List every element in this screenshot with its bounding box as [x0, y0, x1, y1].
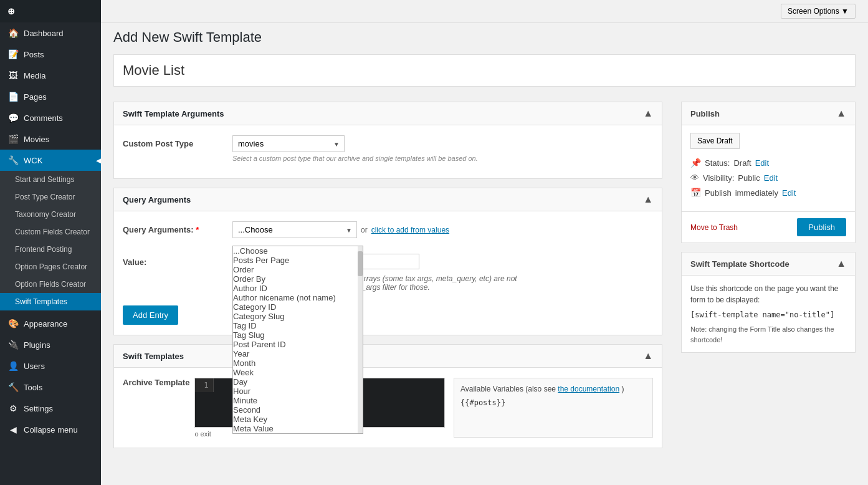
visibility-edit-link[interactable]: Edit	[764, 173, 778, 183]
dropdown-item-tag-slug[interactable]: Tag Slug	[233, 330, 363, 340]
dropdown-item-post-parent-id[interactable]: Post Parent ID	[233, 340, 363, 349]
visibility-icon: 👁	[690, 173, 699, 183]
publish-panel-header[interactable]: Publish ▲	[682, 102, 855, 125]
dropdown-item-year[interactable]: Year	[233, 349, 363, 358]
dropdown-item-meta-key[interactable]: Meta Key	[233, 415, 363, 424]
dropdown-item-author-id[interactable]: Author ID	[233, 284, 363, 293]
dropdown-item-day[interactable]: Day	[233, 377, 363, 387]
shortcode-panel-header[interactable]: Swift Template Shortcode ▲	[682, 252, 855, 276]
sidebar-submenu-swift-templates[interactable]: Swift Templates	[0, 293, 101, 310]
dropdown-item-order-by[interactable]: Order By	[233, 274, 363, 284]
custom-post-type-hint: Select a custom post type that our archi…	[232, 155, 653, 162]
sidebar-submenu-taxonomy-creator[interactable]: Taxonomy Creator	[0, 206, 101, 223]
collapse-shortcode-btn[interactable]: ▲	[836, 258, 846, 269]
publish-time-row: 📅 Publish immediately Edit	[690, 185, 846, 200]
dropdown-scrollbar-thumb[interactable]	[358, 251, 363, 276]
sidebar-submenu-start-settings[interactable]: Start and Settings	[0, 171, 101, 188]
sidebar-item-label: Collapse menu	[24, 425, 78, 435]
wck-chevron-icon: ◂	[96, 155, 101, 166]
sidebar-submenu-post-type-creator[interactable]: Post Type Creator	[0, 188, 101, 206]
tools-icon: 🔨	[7, 382, 19, 392]
dropdown-item-month[interactable]: Month	[233, 358, 363, 368]
sidebar-item-dashboard[interactable]: 🏠 Dashboard	[0, 22, 101, 44]
visibility-row: 👁 Visibility: Public Edit	[690, 170, 846, 185]
shortcode-title: Swift Template Shortcode	[690, 259, 789, 269]
screen-options-button[interactable]: Screen Options ▼	[781, 4, 856, 19]
var-posts: {{#posts}}	[460, 398, 646, 407]
sidebar-item-appearance[interactable]: 🎨 Appearance	[0, 313, 101, 334]
comments-icon: 💬	[7, 113, 19, 123]
swift-templates-title: Swift Templates	[123, 352, 184, 361]
wp-logo-icon: ⊕	[7, 6, 15, 16]
dropdown-item-choose[interactable]: ...Choose	[233, 246, 363, 256]
sidebar-item-tools[interactable]: 🔨 Tools	[0, 377, 101, 398]
sidebar-submenu-frontend-posting[interactable]: Frontend Posting	[0, 241, 101, 258]
sidebar-submenu-option-pages-creator[interactable]: Option Pages Creator	[0, 258, 101, 276]
swift-template-arguments-title: Swift Template Arguments	[123, 109, 224, 118]
line-number: 1	[195, 378, 214, 392]
appearance-icon: 🎨	[7, 319, 19, 329]
dropdown-item-category-slug[interactable]: Category Slug	[233, 312, 363, 321]
swift-templates-header[interactable]: Swift Templates ▲	[114, 345, 662, 368]
topbar: Screen Options ▼	[101, 0, 868, 23]
collapse-query-btn[interactable]: ▲	[643, 194, 653, 205]
start-settings-label: Start and Settings	[15, 175, 74, 184]
query-arguments-header[interactable]: Query Arguments ▲	[114, 188, 662, 211]
dropdown-overlay: ...Choose or click to add from values	[232, 221, 653, 247]
title-input[interactable]	[114, 55, 855, 86]
query-args-field: ...Choose or click to add from values	[232, 221, 653, 247]
available-vars-panel: Available Variables (also see the docume…	[454, 378, 653, 438]
sidebar-item-posts[interactable]: 📝 Posts	[0, 44, 101, 65]
publish-button[interactable]: Publish	[797, 218, 846, 236]
calendar-icon: 📅	[690, 188, 701, 198]
sidebar-item-comments[interactable]: 💬 Comments	[0, 107, 101, 128]
sidebar-item-movies[interactable]: 🎬 Movies	[0, 128, 101, 150]
movies-icon: 🎬	[7, 134, 19, 144]
query-args-dropdown: ...Choose Posts Per Page Order Order By …	[232, 246, 363, 434]
sidebar-item-users[interactable]: 👤 Users	[0, 355, 101, 377]
sidebar-item-label: Media	[24, 71, 45, 80]
sidebar-submenu-custom-fields-creator[interactable]: Custom Fields Creator	[0, 223, 101, 241]
shortcode-code: [swift-template name="no-title"]	[690, 309, 846, 320]
dropdown-item-minute[interactable]: Minute	[233, 396, 363, 405]
publish-title: Publish	[690, 109, 720, 118]
save-draft-button[interactable]: Save Draft	[690, 133, 740, 149]
sidebar-item-label: Dashboard	[24, 29, 64, 38]
sidebar-item-media[interactable]: 🖼 Media	[0, 65, 101, 86]
sidebar-item-collapse[interactable]: ◀ Collapse menu	[0, 419, 101, 440]
move-to-trash-link[interactable]: Move to Trash	[690, 223, 738, 232]
status-edit-link[interactable]: Edit	[755, 158, 769, 168]
dropdown-item-hour[interactable]: Hour	[233, 387, 363, 396]
collapse-publish-btn[interactable]: ▲	[836, 108, 846, 119]
documentation-link[interactable]: the documentation	[558, 385, 619, 393]
publish-time-edit-link[interactable]: Edit	[782, 188, 796, 198]
custom-post-type-select[interactable]: movies	[232, 135, 345, 152]
swift-template-arguments-panel: Swift Template Arguments ▲ Custom Post T…	[113, 102, 662, 179]
dropdown-item-posts-per-page[interactable]: Posts Per Page	[233, 256, 363, 265]
sidebar-submenu-option-fields-creator[interactable]: Option Fields Creator	[0, 276, 101, 293]
archive-template-label: Archive Template	[123, 378, 189, 387]
click-values-link[interactable]: click to add from values	[371, 226, 449, 234]
sidebar-item-plugins[interactable]: 🔌 Plugins	[0, 334, 101, 355]
dropdown-item-second[interactable]: Second	[233, 405, 363, 415]
dropdown-item-order[interactable]: Order	[233, 265, 363, 274]
query-args-select[interactable]: ...Choose	[232, 221, 357, 238]
swift-template-arguments-header[interactable]: Swift Template Arguments ▲	[114, 102, 662, 125]
wck-submenu: Start and Settings Post Type Creator Tax…	[0, 171, 101, 310]
sidebar-item-pages[interactable]: 📄 Pages	[0, 86, 101, 107]
dropdown-item-category-id[interactable]: Category ID	[233, 302, 363, 312]
add-entry-button[interactable]: Add Entry	[123, 305, 178, 325]
status-label: Status:	[705, 158, 730, 168]
dropdown-item-author-nicename[interactable]: Author nicename (not name)	[233, 293, 363, 302]
collapse-swift-templates-btn[interactable]: ▲	[643, 350, 653, 362]
publish-body: Save Draft 📌 Status: Draft Edit 👁 Visibi…	[682, 125, 855, 208]
dropdown-item-week[interactable]: Week	[233, 368, 363, 377]
sidebar-item-settings[interactable]: ⚙ Settings	[0, 398, 101, 419]
sidebar-item-label: Settings	[24, 404, 53, 413]
sidebar-item-wck[interactable]: 🔧 WCK ◂	[0, 150, 101, 171]
dropdown-item-tag-id[interactable]: Tag ID	[233, 321, 363, 330]
collapse-swift-template-btn[interactable]: ▲	[643, 108, 653, 119]
dropdown-item-meta-value[interactable]: Meta Value	[233, 424, 363, 433]
sidebar-logo: ⊕	[0, 0, 101, 22]
screen-options-label: Screen Options ▼	[788, 7, 849, 16]
